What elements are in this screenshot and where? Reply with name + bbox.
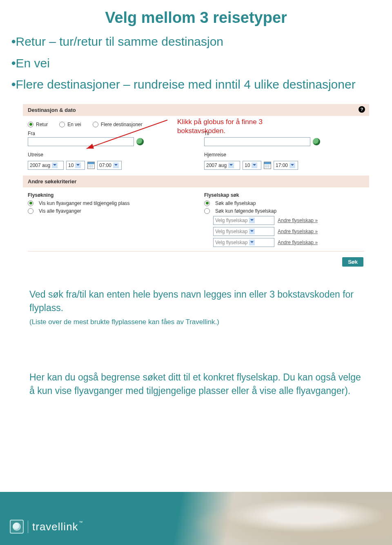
hjemreise-label: Hjemreise xyxy=(204,152,364,158)
radio-flere-label: Flere destinasjoner xyxy=(101,122,143,127)
brand-name: travellink xyxy=(32,521,78,533)
hjemreise-time-select[interactable]: 17:00 xyxy=(274,161,298,170)
velg-flyselskap-select-3[interactable]: Velg flyselskap xyxy=(213,238,274,247)
callout-text: Klikk på globus for å finne 3 bokstavsko… xyxy=(177,118,308,136)
trademark-symbol: ™ xyxy=(79,521,83,525)
footer: travellink™ xyxy=(0,492,392,545)
brand-logo: travellink™ xyxy=(10,520,83,534)
section-destination-label: Destinasjon & dato xyxy=(28,107,76,113)
utreise-day-select[interactable]: 10 xyxy=(66,161,85,170)
intro-bullets: •Retur – tur/retur til samme destinasjon… xyxy=(0,31,392,104)
footer-photo xyxy=(163,492,392,545)
utreise-time-select[interactable]: 07:00 xyxy=(97,161,122,170)
utreise-label: Utreise xyxy=(28,152,188,158)
section-criteria: Andre søkekriterier xyxy=(23,176,369,187)
flyselskap-opt-specific[interactable]: Søk kun følgende flyselskap xyxy=(204,208,364,214)
help-icon[interactable]: ? xyxy=(359,106,365,113)
section-destination-date: Destinasjon & dato ? xyxy=(23,104,369,116)
radio-flere[interactable]: Flere destinasjoner xyxy=(93,122,143,127)
page-title: Velg mellom 3 reisetyper xyxy=(0,0,392,31)
flyselskap-opt-all[interactable]: Søk alle flyselskap xyxy=(204,200,364,206)
flysokning-opt-available[interactable]: Vis kun flyavganger med tilgjengelig pla… xyxy=(28,200,188,206)
explanation-para-1-note: (Liste over de mest brukte flyplassene k… xyxy=(29,317,363,327)
globe-icon[interactable] xyxy=(136,138,144,145)
search-form: Destinasjon & dato ? Klikk på globus for… xyxy=(23,104,369,276)
calendar-icon[interactable] xyxy=(264,162,271,169)
velg-flyselskap-select-1[interactable]: Velg flyselskap xyxy=(213,216,274,225)
bullet-3: Flere destinasjoner – rundreise med innt… xyxy=(16,78,356,91)
andre-flyselskap-link-1[interactable]: Andre flyselskap » xyxy=(278,218,318,223)
radio-envei[interactable]: En vei xyxy=(59,122,81,127)
radio-retur-label: Retur xyxy=(36,122,48,127)
bullet-2: En vei xyxy=(16,56,50,70)
til-input[interactable] xyxy=(204,137,310,146)
bullet-1: Retur – tur/retur til samme destinasjon xyxy=(16,35,224,48)
explanation-para-2: Her kan du også begrense søket ditt til … xyxy=(29,371,363,398)
flysokning-heading: Flysøkning xyxy=(28,192,188,198)
sok-button[interactable]: Søk xyxy=(342,257,363,267)
andre-flyselskap-link-2[interactable]: Andre flyselskap » xyxy=(278,229,318,234)
globe-logo-icon xyxy=(10,520,24,534)
radio-retur[interactable]: Retur xyxy=(28,122,48,127)
velg-flyselskap-select-2[interactable]: Velg flyselskap xyxy=(213,227,274,236)
fra-label: Fra xyxy=(28,131,188,136)
andre-flyselskap-link-3[interactable]: Andre flyselskap » xyxy=(278,240,318,245)
radio-envei-label: En vei xyxy=(67,122,81,127)
globe-icon[interactable] xyxy=(313,138,320,145)
flysokning-opt-all[interactable]: Vis alle flyavganger xyxy=(28,208,188,214)
fra-input[interactable] xyxy=(28,137,134,146)
hjemreise-month-select[interactable]: 2007 aug xyxy=(204,161,240,170)
flyselskap-heading: Flyselskap søk xyxy=(204,192,364,198)
section-criteria-label: Andre søkekriterier xyxy=(28,178,76,185)
explanation-para-1: Ved søk fra/til kan enten hele byens nav… xyxy=(29,288,363,327)
utreise-month-select[interactable]: 2007 aug xyxy=(28,161,64,170)
hjemreise-day-select[interactable]: 10 xyxy=(243,161,261,170)
calendar-icon[interactable] xyxy=(87,162,95,169)
